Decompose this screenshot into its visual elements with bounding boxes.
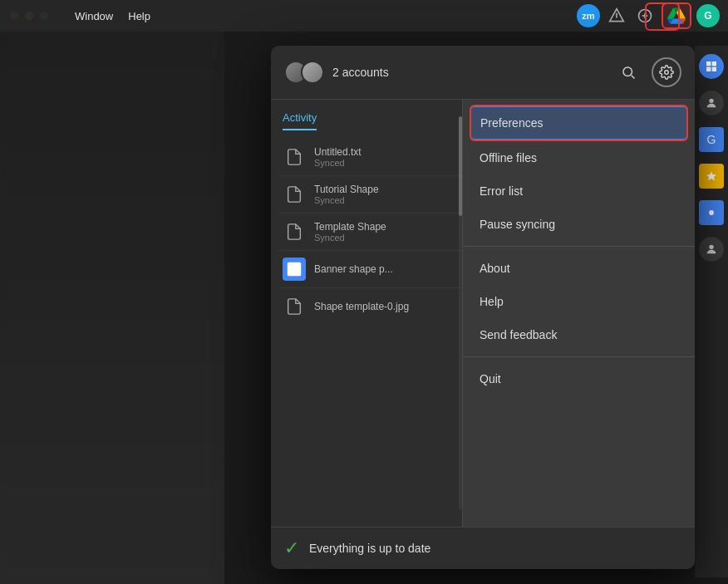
menu-item-error-list[interactable]: Error list — [463, 174, 695, 208]
right-icon-4 — [699, 200, 724, 225]
right-icon-3 — [699, 164, 724, 189]
menu-bar: Window Help zm G — [0, 0, 728, 32]
blur-overlay — [0, 32, 224, 584]
svg-point-15 — [665, 71, 669, 75]
svg-marker-5 — [706, 171, 716, 180]
panel-footer: ✓ Everything is up to date — [271, 527, 695, 569]
file-icon-1 — [283, 145, 306, 169]
right-icon-1 — [699, 54, 724, 79]
right-sidebar: G — [695, 46, 728, 577]
activity-tab[interactable]: Activity — [283, 111, 317, 130]
menu-item-pause-syncing[interactable]: Pause syncing — [463, 208, 695, 241]
tray-icons: zm G — [577, 0, 720, 32]
svg-rect-2 — [706, 67, 711, 71]
menu-divider-1 — [463, 246, 695, 247]
right-icon-avatar-2 — [699, 237, 724, 262]
svg-point-13 — [623, 67, 632, 76]
panel-header: 2 accounts — [271, 46, 695, 100]
file-icon-4 — [283, 258, 306, 281]
avatar-2 — [301, 61, 324, 84]
grammarly-tray-icon[interactable]: G — [696, 4, 720, 27]
search-button[interactable] — [613, 57, 643, 87]
menu-item-help[interactable]: Help — [463, 285, 695, 318]
menu-window[interactable]: Window — [75, 10, 113, 22]
menu-help[interactable]: Help — [128, 10, 150, 22]
gear-button[interactable] — [652, 57, 681, 87]
menu-item-quit[interactable]: Quit — [463, 362, 695, 395]
footer-status-text: Everything is up to date — [309, 542, 430, 555]
menu-item-send-feedback[interactable]: Send feedback — [463, 318, 695, 351]
svg-rect-1 — [712, 61, 716, 66]
menu-item-about[interactable]: About — [463, 252, 695, 285]
header-actions — [613, 57, 681, 87]
drive-panel: 2 accounts Activity — [271, 46, 695, 569]
file-icon-2 — [283, 183, 306, 206]
svg-rect-0 — [706, 61, 711, 66]
file-icon-5 — [283, 295, 306, 318]
account-avatars — [284, 61, 324, 84]
menu-item-offline-files[interactable]: Offline files — [463, 141, 695, 174]
video-tray-icon[interactable] — [633, 4, 657, 27]
right-icon-2: G — [699, 127, 724, 152]
drive-main-tray-icon[interactable] — [662, 2, 691, 29]
zoom-tray-icon[interactable]: zm — [577, 4, 600, 27]
accounts-label: 2 accounts — [332, 66, 389, 79]
svg-point-4 — [709, 99, 713, 103]
svg-line-14 — [632, 76, 635, 79]
svg-rect-3 — [712, 67, 716, 71]
drive2-tray-icon[interactable] — [605, 4, 628, 27]
panel-body: Activity Untitled.txt Synced Tutorial Sh… — [271, 100, 695, 527]
dropdown-menu: Preferences Offline files Error list Pau… — [462, 100, 695, 527]
right-icon-avatar — [699, 91, 724, 115]
footer-check-icon: ✓ — [284, 537, 299, 559]
svg-point-7 — [709, 245, 713, 249]
file-icon-3 — [283, 220, 306, 243]
svg-point-6 — [709, 210, 714, 215]
svg-rect-16 — [288, 263, 302, 277]
menu-item-preferences[interactable]: Preferences — [470, 106, 688, 140]
accounts-info: 2 accounts — [284, 61, 389, 84]
menu-divider-2 — [463, 356, 695, 357]
